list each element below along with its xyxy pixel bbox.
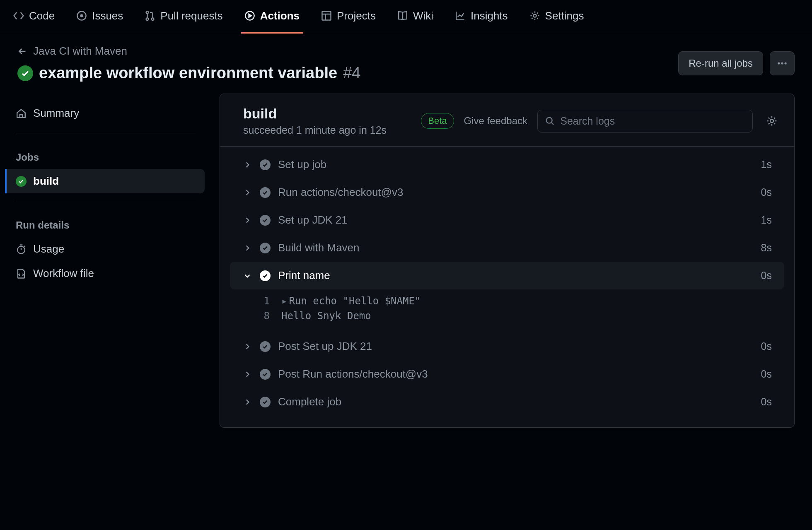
step-row[interactable]: Post Run actions/checkout@v3 0s <box>230 360 784 388</box>
chevron-right-icon <box>242 371 252 378</box>
status-success-icon <box>260 341 271 352</box>
svg-point-7 <box>533 14 536 17</box>
svg-point-13 <box>770 119 773 123</box>
search-input[interactable] <box>560 115 745 127</box>
step-name: Complete job <box>278 395 754 408</box>
log-text: Hello Snyk Demo <box>281 310 371 322</box>
tab-wiki[interactable]: Wiki <box>394 0 437 34</box>
svg-point-10 <box>785 62 787 64</box>
tab-projects[interactable]: Projects <box>318 0 379 34</box>
log-line-number: 8 <box>250 310 270 322</box>
log-line-number: 1 <box>250 295 270 307</box>
chevron-right-icon <box>242 217 252 224</box>
step-time: 1s <box>761 214 772 226</box>
step-row[interactable]: Run actions/checkout@v3 0s <box>230 178 784 206</box>
run-header: Java CI with Maven example workflow envi… <box>0 33 812 94</box>
sidebar-workflow-file[interactable]: Workflow file <box>7 261 205 286</box>
tab-insights[interactable]: Insights <box>452 0 511 34</box>
gear-icon <box>529 10 540 21</box>
project-icon <box>321 10 332 21</box>
log-text: Run echo "Hello $NAME" <box>289 295 420 307</box>
file-code-icon <box>16 268 27 279</box>
caret-right-icon: ▸ <box>281 295 287 307</box>
svg-point-2 <box>146 11 149 14</box>
sidebar: Summary Jobs build Run details Usage Wor… <box>0 94 220 428</box>
step-name: Post Set up JDK 21 <box>278 340 754 353</box>
code-icon <box>13 10 24 21</box>
svg-point-9 <box>781 62 783 64</box>
status-success-icon <box>260 397 271 407</box>
svg-rect-6 <box>322 11 331 20</box>
divider <box>16 133 196 133</box>
rerun-all-button[interactable]: Re-run all jobs <box>678 51 763 75</box>
step-row[interactable]: Build with Maven 8s <box>230 234 784 262</box>
step-name: Run actions/checkout@v3 <box>278 186 754 199</box>
log-line[interactable]: 1 ▸Run echo "Hello $NAME" <box>250 294 784 308</box>
status-success-icon <box>17 65 33 81</box>
status-success-icon <box>260 159 271 170</box>
sidebar-label: Workflow file <box>33 267 94 280</box>
step-row[interactable]: Post Set up JDK 21 0s <box>230 332 784 360</box>
tab-pull-requests[interactable]: Pull requests <box>141 0 226 34</box>
sidebar-jobs-header: Jobs <box>7 141 205 169</box>
sidebar-label: build <box>33 175 59 188</box>
status-success-icon <box>260 243 271 253</box>
step-name: Print name <box>278 269 754 282</box>
search-icon <box>545 116 554 126</box>
tab-settings[interactable]: Settings <box>526 0 587 34</box>
svg-point-4 <box>152 18 154 20</box>
tab-label: Actions <box>260 10 300 22</box>
step-time: 0s <box>761 340 772 352</box>
step-name: Set up JDK 21 <box>278 214 754 226</box>
step-row[interactable]: Set up job 1s <box>230 151 784 178</box>
chevron-down-icon <box>242 272 252 279</box>
log-line: 8 Hello Snyk Demo <box>250 308 784 323</box>
chevron-right-icon <box>242 189 252 196</box>
job-subtitle: succeeded 1 minute ago in 12s <box>243 124 387 136</box>
sidebar-summary[interactable]: Summary <box>7 101 205 125</box>
stopwatch-icon <box>16 244 27 255</box>
gear-icon <box>766 115 778 127</box>
tab-label: Wiki <box>413 10 433 22</box>
book-icon <box>397 10 408 21</box>
repo-tabs: Code Issues Pull requests Actions Projec… <box>0 0 812 33</box>
job-title: build <box>243 106 387 122</box>
steps-list: Set up job 1s Run actions/checkout@v3 0s… <box>220 147 794 427</box>
status-success-icon <box>260 270 271 281</box>
pr-icon <box>145 10 155 21</box>
tab-actions[interactable]: Actions <box>241 0 303 34</box>
step-name: Build with Maven <box>278 241 754 254</box>
sidebar-job-build[interactable]: build <box>5 169 205 193</box>
search-logs[interactable] <box>537 110 753 132</box>
beta-badge: Beta <box>421 113 454 129</box>
breadcrumb[interactable]: Java CI with Maven <box>17 45 360 58</box>
play-icon <box>244 10 255 21</box>
divider <box>16 201 196 201</box>
status-success-icon <box>16 176 27 187</box>
sidebar-run-details-header: Run details <box>7 209 205 237</box>
tab-label: Settings <box>545 10 584 22</box>
sidebar-label: Summary <box>33 107 79 120</box>
status-success-icon <box>260 187 271 198</box>
step-row[interactable]: Print name 0s <box>230 262 784 289</box>
sidebar-usage[interactable]: Usage <box>7 237 205 261</box>
log-settings-button[interactable] <box>763 112 781 130</box>
tab-label: Issues <box>92 10 123 22</box>
more-actions-button[interactable] <box>770 51 795 75</box>
step-row[interactable]: Complete job 0s <box>230 388 784 416</box>
tab-issues[interactable]: Issues <box>73 0 126 34</box>
tab-code[interactable]: Code <box>10 0 58 34</box>
step-time: 0s <box>761 270 772 282</box>
svg-point-1 <box>81 15 83 17</box>
svg-point-8 <box>778 62 780 64</box>
chevron-right-icon <box>242 244 252 252</box>
graph-icon <box>455 10 466 21</box>
chevron-right-icon <box>242 161 252 169</box>
give-feedback-link[interactable]: Give feedback <box>464 115 527 127</box>
job-panel: build succeeded 1 minute ago in 12s Beta… <box>220 94 795 428</box>
step-time: 8s <box>761 242 772 254</box>
step-time: 0s <box>761 368 772 380</box>
step-row[interactable]: Set up JDK 21 1s <box>230 206 784 234</box>
step-name: Post Run actions/checkout@v3 <box>278 368 754 381</box>
tab-label: Code <box>29 10 55 22</box>
